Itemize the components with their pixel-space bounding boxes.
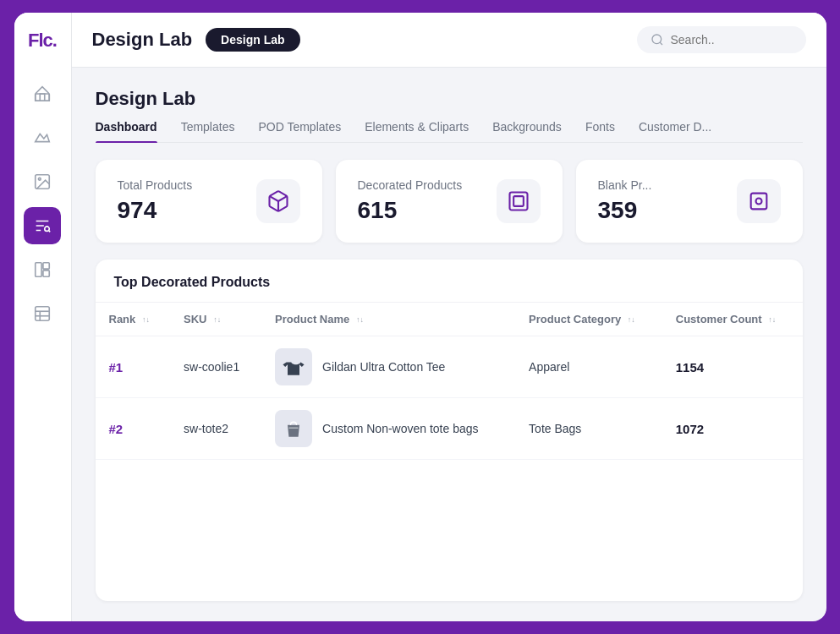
table-section-title: Top Decorated Products [96, 260, 803, 302]
category-2: Tote Bags [515, 398, 662, 460]
svg-rect-18 [750, 194, 766, 210]
stat-value-blank: 359 [598, 197, 652, 224]
product-name-wrap-2: Custom Non-woven tote bags [275, 410, 502, 447]
tab-fonts[interactable]: Fonts [585, 120, 615, 142]
sort-arrows-sku[interactable]: ↑↓ [213, 316, 221, 324]
sort-arrows-rank[interactable]: ↑↓ [142, 316, 150, 324]
col-sku[interactable]: SKU ↑↓ [170, 303, 261, 336]
page-area: Design Lab Dashboard Templates POD Templ… [72, 68, 826, 621]
svg-rect-9 [36, 307, 50, 321]
svg-rect-17 [513, 196, 524, 206]
stat-card-decorated-products: Decorated Products 615 [336, 160, 563, 243]
blank-icon [737, 179, 781, 223]
tab-customer-d[interactable]: Customer D... [639, 120, 711, 142]
stat-label-decorated: Decorated Products [358, 178, 463, 192]
col-customer-count[interactable]: Customer Count ↑↓ [662, 303, 803, 336]
tshirt-icon [282, 355, 305, 379]
stat-value-decorated: 615 [358, 197, 463, 224]
category-1: Apparel [515, 336, 662, 398]
products-table: Rank ↑↓ SKU ↑↓ Product Name ↑↓ [96, 302, 803, 460]
product-name-wrap-1: Gildan Ultra Cotton Tee [275, 348, 502, 385]
svg-rect-8 [43, 271, 49, 276]
sidebar-item-table[interactable] [24, 295, 61, 332]
sku-2: sw-tote2 [170, 398, 261, 460]
svg-point-19 [755, 199, 761, 205]
table-row: #2 sw-tote2 [96, 398, 803, 460]
product-name-1: Gildan Ultra Cotton Tee [261, 336, 515, 398]
stat-label-total: Total Products [118, 178, 193, 192]
sidebar: Flc. [14, 13, 72, 621]
svg-rect-0 [36, 94, 50, 101]
stats-row: Total Products 974 Decorated Products [96, 160, 803, 243]
tab-templates[interactable]: Templates [181, 120, 235, 142]
sku-1: sw-coolie1 [170, 336, 261, 398]
svg-rect-6 [36, 263, 41, 277]
stat-card-total-products: Total Products 974 [96, 160, 322, 243]
table-body: #1 sw-coolie1 [96, 336, 803, 460]
product-name-2: Custom Non-woven tote bags [261, 398, 515, 460]
count-1: 1154 [662, 336, 803, 398]
table-header-row: Rank ↑↓ SKU ↑↓ Product Name ↑↓ [96, 303, 803, 336]
rank-1: #1 [96, 336, 171, 398]
sidebar-item-home[interactable] [24, 75, 61, 112]
bag-icon [282, 417, 305, 440]
cube-icon [256, 179, 300, 223]
svg-line-14 [660, 42, 662, 45]
tab-elements-cliparts[interactable]: Elements & Cliparts [365, 120, 469, 142]
tab-dashboard[interactable]: Dashboard [96, 120, 157, 142]
svg-point-13 [652, 35, 662, 44]
app-container: Flc. [14, 13, 826, 621]
tab-pod-templates[interactable]: POD Templates [258, 120, 341, 142]
col-product-name[interactable]: Product Name ↑↓ [261, 303, 515, 336]
stat-label-blank: Blank Pr... [598, 178, 652, 192]
table-row: #1 sw-coolie1 [96, 336, 803, 398]
svg-marker-1 [36, 134, 50, 141]
sidebar-item-explore[interactable] [24, 119, 61, 156]
sidebar-item-layout[interactable] [24, 251, 61, 288]
sidebar-item-design[interactable] [24, 207, 61, 244]
count-2: 1072 [662, 398, 803, 460]
app-logo: Flc. [28, 30, 57, 52]
sort-arrows-product-category[interactable]: ↑↓ [628, 316, 635, 324]
svg-point-3 [38, 178, 41, 180]
stat-info-total: Total Products 974 [118, 178, 193, 224]
svg-point-4 [45, 227, 50, 232]
svg-rect-20 [289, 428, 299, 429]
stat-info-decorated: Decorated Products 615 [358, 178, 463, 224]
sort-arrows-customer-count[interactable]: ↑↓ [768, 316, 776, 324]
stat-value-total: 974 [118, 197, 193, 224]
topbar-title: Design Lab [92, 29, 193, 51]
page-header: Design Lab Dashboard Templates POD Templ… [96, 88, 803, 143]
topbar-badge: Design Lab [206, 28, 299, 52]
main-content: Design Lab Design Lab Design Lab Dashboa… [72, 13, 826, 621]
topbar: Design Lab Design Lab [72, 13, 826, 68]
product-thumb-2 [275, 410, 312, 447]
search-icon [651, 33, 664, 46]
rank-2: #2 [96, 398, 171, 460]
sidebar-item-images[interactable] [24, 163, 61, 200]
tab-backgrounds[interactable]: Backgrounds [492, 120, 562, 142]
box-outline-icon [497, 179, 541, 223]
svg-line-5 [49, 231, 50, 232]
stat-card-blank-products: Blank Pr... 359 [576, 160, 803, 243]
col-rank[interactable]: Rank ↑↓ [96, 303, 171, 336]
svg-rect-7 [43, 263, 49, 269]
sort-arrows-product-name[interactable]: ↑↓ [356, 316, 364, 324]
product-thumb-1 [275, 348, 312, 385]
tabs: Dashboard Templates POD Templates Elemen… [96, 120, 803, 143]
svg-rect-16 [509, 193, 527, 210]
stat-info-blank: Blank Pr... 359 [598, 178, 652, 224]
table-section: Top Decorated Products Rank ↑↓ SKU ↑↓ [96, 260, 803, 601]
col-product-category[interactable]: Product Category ↑↓ [515, 303, 662, 336]
search-bar[interactable] [637, 26, 806, 53]
page-title: Design Lab [96, 88, 803, 110]
search-input[interactable] [671, 33, 793, 46]
